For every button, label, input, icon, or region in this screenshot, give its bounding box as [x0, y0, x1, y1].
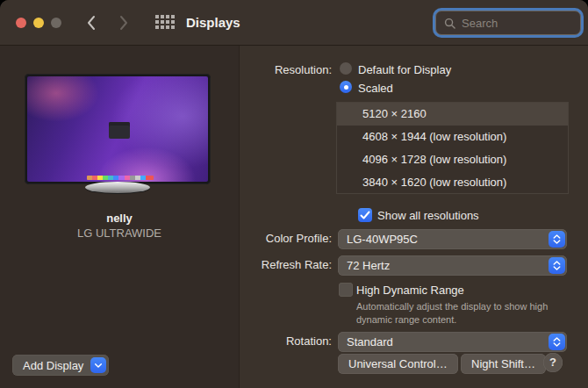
popup-chevrons-icon: [549, 257, 565, 274]
forward-button[interactable]: [118, 15, 129, 34]
color-profile-value: LG-40WP95C: [347, 229, 418, 249]
add-display-button[interactable]: Add Display: [12, 355, 109, 376]
search-icon: [444, 18, 455, 29]
show-all-resolutions-checkbox[interactable]: [358, 208, 372, 222]
resolution-list-item[interactable]: 3840 × 1620 (low resolution): [337, 170, 568, 193]
resolution-list: 5120 × 2160 4608 × 1944 (low resolution)…: [336, 102, 569, 194]
title-bar: Displays: [0, 0, 588, 46]
rotation-label: Rotation:: [239, 334, 332, 348]
page-title: Displays: [186, 15, 240, 30]
hdr-checkbox[interactable]: [339, 283, 353, 297]
refresh-rate-value: 72 Hertz: [347, 255, 390, 276]
rotation-popup[interactable]: Standard: [338, 332, 567, 352]
search-input[interactable]: [460, 16, 569, 31]
night-shift-button[interactable]: Night Shift…: [461, 354, 546, 374]
show-all-preferences-icon[interactable]: [155, 15, 175, 29]
display-model: LG ULTRAWIDE: [0, 226, 239, 240]
resolution-list-item[interactable]: 4096 × 1728 (low resolution): [337, 148, 568, 171]
show-all-resolutions-label[interactable]: Show all resolutions: [377, 209, 479, 222]
display-preview-screen: [27, 76, 208, 182]
refresh-rate-label: Refresh Rate:: [239, 258, 332, 271]
add-display-label: Add Display: [23, 359, 83, 372]
universal-control-button[interactable]: Universal Control…: [338, 354, 458, 374]
popup-chevrons-icon: [549, 334, 565, 350]
checkmark-icon: [358, 208, 372, 222]
resolution-scaled-radio[interactable]: [340, 81, 352, 93]
color-profile-popup[interactable]: LG-40WP95C: [338, 229, 567, 249]
resolution-scaled-radio-label[interactable]: Scaled: [358, 82, 393, 95]
preview-window: [109, 122, 130, 139]
refresh-rate-popup[interactable]: 72 Hertz: [338, 255, 567, 276]
resolution-list-item[interactable]: 4608 × 1944 (low resolution): [337, 126, 568, 148]
resolution-list-item[interactable]: 5120 × 2160: [337, 103, 568, 126]
zoom-window-button[interactable]: [51, 18, 61, 28]
displays-preferences-window: Displays nelly LG ULTRAWIDE Add Display …: [0, 0, 588, 388]
close-window-button[interactable]: [16, 18, 26, 28]
resolution-default-radio[interactable]: [340, 62, 352, 75]
help-button[interactable]: ?: [543, 353, 563, 372]
display-name: nelly: [0, 212, 239, 225]
resolution-default-radio-label[interactable]: Default for Display: [358, 63, 451, 76]
search-field[interactable]: [435, 11, 581, 35]
preview-dock: [87, 176, 154, 180]
rotation-value: Standard: [347, 332, 393, 352]
display-preview-stand: [85, 182, 150, 193]
hdr-label[interactable]: High Dynamic Range: [356, 284, 464, 297]
resolution-label: Resolution:: [239, 63, 332, 76]
chevron-down-icon: [90, 357, 106, 373]
back-button[interactable]: [86, 15, 97, 34]
popup-chevrons-icon: [549, 231, 565, 248]
color-profile-label: Color Profile:: [239, 232, 332, 245]
minimize-window-button[interactable]: [33, 18, 44, 28]
hdr-description: Automatically adjust the display to show…: [356, 300, 577, 326]
